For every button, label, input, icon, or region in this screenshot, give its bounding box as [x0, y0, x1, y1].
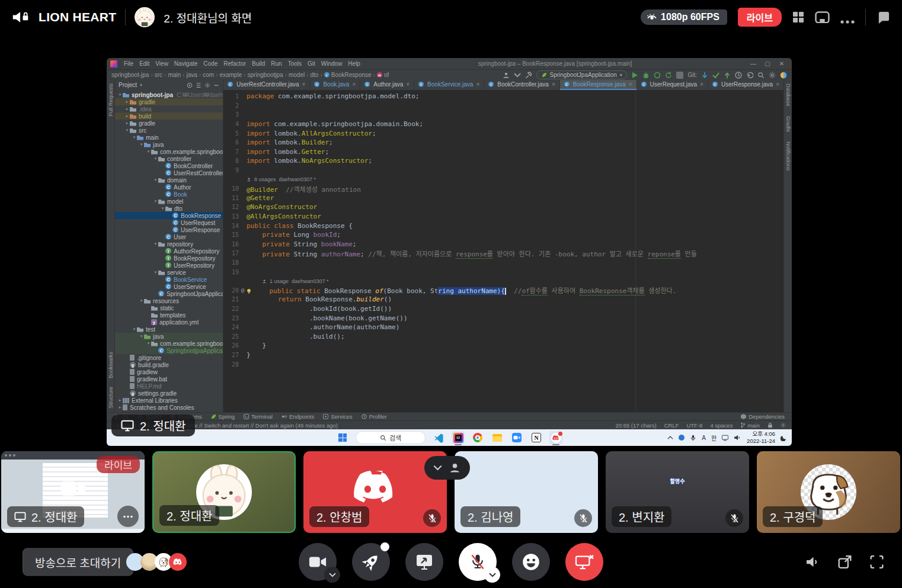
fullscreen-icon[interactable]: [869, 555, 884, 570]
tree-row[interactable]: ▾src: [115, 127, 223, 134]
tray-speaker-icon[interactable]: [734, 434, 741, 441]
editor-tab[interactable]: CBookService.java×: [414, 80, 484, 90]
participant-tile[interactable]: 2. 김나영: [455, 451, 598, 533]
tree-chevron-icon[interactable]: ▾: [117, 92, 123, 97]
status-item[interactable]: [767, 422, 773, 428]
minimize-icon[interactable]: —: [747, 60, 760, 67]
collapse-all-icon[interactable]: [196, 82, 201, 88]
breadcrumb-item[interactable]: dto: [311, 72, 319, 78]
tile-menu-button[interactable]: [117, 506, 139, 527]
build-hammer-icon[interactable]: [525, 72, 532, 79]
tree-chevron-icon[interactable]: ▾: [132, 327, 137, 332]
tree-row[interactable]: CSpringbootJpaApplication: [115, 290, 223, 297]
menu-item-file[interactable]: File: [121, 60, 136, 67]
taskbar-app-chrome[interactable]: [471, 431, 484, 444]
grid-icon[interactable]: [792, 11, 804, 23]
participant-tile[interactable]: 라이브 2. 정대환: [1, 451, 145, 533]
more-h-icon[interactable]: [840, 15, 855, 20]
tree-chevron-icon[interactable]: ▾: [153, 156, 158, 161]
status-item[interactable]: main: [740, 422, 760, 429]
close-tab-icon[interactable]: ×: [700, 81, 703, 88]
tree-row[interactable]: ▾service: [115, 269, 223, 276]
tree-row[interactable]: ▸.idea: [115, 105, 223, 113]
tool-window-spring[interactable]: Spring: [211, 413, 235, 420]
tree-row[interactable]: ▸build: [115, 113, 223, 120]
tool-strip-label[interactable]: Pull Requests: [108, 83, 114, 117]
tree-row[interactable]: CSpringbootjpaApplicationTests: [115, 347, 223, 354]
breadcrumb-item[interactable]: main: [168, 72, 181, 78]
tree-chevron-icon[interactable]: ▾: [139, 334, 144, 339]
breadcrumb-item[interactable]: cBookResponse: [324, 72, 372, 78]
tree-row[interactable]: CUserRestController: [115, 169, 223, 176]
tree-row[interactable]: CBook: [115, 191, 223, 198]
close-tab-icon[interactable]: ×: [552, 81, 555, 88]
chevron-down-icon[interactable]: [514, 72, 521, 79]
tool-window-endpoints[interactable]: Endpoints: [282, 413, 314, 420]
tree-row[interactable]: yapplication.yml: [115, 319, 223, 326]
speaker-icon[interactable]: [805, 555, 820, 570]
tree-chevron-icon[interactable]: ▾: [153, 199, 158, 204]
tool-window-profiler[interactable]: Profiler: [362, 413, 387, 420]
status-item[interactable]: UTF-8: [686, 422, 702, 429]
participant-tile[interactable]: 2. 구경덕: [757, 451, 900, 533]
menu-item-tools[interactable]: Tools: [285, 60, 305, 67]
participant-tile[interactable]: 할명수2. 변지환: [606, 451, 749, 533]
run-icon[interactable]: [631, 72, 638, 79]
panel-settings-icon[interactable]: [204, 82, 210, 88]
taskbar-app-vscode[interactable]: [432, 431, 445, 444]
status-item[interactable]: CRLF: [664, 422, 679, 429]
ime-korean-label[interactable]: 한: [711, 433, 717, 442]
tree-row[interactable]: ▸External Libraries: [115, 397, 223, 404]
hide-panel-icon[interactable]: [213, 82, 219, 88]
taskbar-app-notion[interactable]: N: [530, 431, 543, 444]
tree-row[interactable]: static: [115, 304, 223, 311]
tray-display-icon[interactable]: [722, 435, 728, 441]
close-tab-icon[interactable]: ×: [352, 81, 356, 88]
breadcrumb-item[interactable]: java: [186, 72, 197, 78]
tree-row[interactable]: CUserService: [115, 283, 223, 290]
run-config-select[interactable]: SpringbootJpaApplication▾: [536, 70, 628, 79]
participants-icon[interactable]: [449, 462, 461, 474]
pip-icon[interactable]: [815, 11, 830, 24]
tray-mic-icon[interactable]: [690, 435, 696, 441]
breadcrumb-item[interactable]: springbootjpa: [248, 72, 283, 78]
menu-item-help[interactable]: Help: [345, 60, 363, 67]
tree-row[interactable]: CUserRequest: [115, 219, 223, 226]
stream-off-button[interactable]: [565, 543, 603, 581]
tree-row[interactable]: ▾springboot-jpaC:₩Users₩daehwan₩git₩spri…: [115, 91, 223, 98]
breadcrumb-item[interactable]: model: [289, 72, 305, 78]
tree-chevron-icon[interactable]: ▸: [124, 121, 130, 126]
tree-row[interactable]: .gitignore: [115, 354, 223, 361]
tree-row[interactable]: HELP.md: [115, 383, 223, 390]
close-tab-icon[interactable]: ×: [406, 81, 410, 88]
tray-expand-icon[interactable]: [667, 435, 673, 440]
breadcrumb-item[interactable]: mof: [377, 72, 389, 78]
tree-row[interactable]: gradlew.bat: [115, 375, 223, 383]
ime-latin-label[interactable]: A: [702, 435, 706, 441]
taskbar-app-search[interactable]: 검색: [356, 431, 426, 444]
tool-strip-label[interactable]: Bookmarks: [108, 352, 114, 378]
tree-row[interactable]: ▾main: [115, 134, 223, 141]
menu-item-edit[interactable]: Edit: [136, 60, 152, 67]
tool-strip-label[interactable]: Structure: [108, 387, 114, 409]
tree-row[interactable]: CUserResponse: [115, 226, 223, 233]
tree-chevron-icon[interactable]: ▸: [124, 107, 130, 111]
close-icon[interactable]: ✕: [775, 60, 788, 67]
tree-row[interactable]: IUserRepository: [115, 262, 223, 269]
project-panel-title[interactable]: Project: [119, 82, 137, 88]
tree-row[interactable]: ▾model: [115, 198, 223, 205]
status-item[interactable]: [781, 422, 786, 428]
menu-item-run[interactable]: Run: [268, 60, 284, 67]
coverage-icon[interactable]: [654, 72, 661, 79]
tree-chevron-icon[interactable]: ▾: [146, 149, 151, 154]
tree-chevron-icon[interactable]: ▸: [117, 398, 123, 403]
tool-strip-label[interactable]: Gradle: [785, 116, 791, 132]
rollback-icon[interactable]: [746, 72, 753, 79]
breadcrumb-item[interactable]: example: [219, 72, 242, 78]
taskbar-app-win[interactable]: [336, 431, 349, 444]
tree-chevron-icon[interactable]: ▾: [146, 341, 151, 346]
tree-row[interactable]: ▾com.example.springbootjpa: [115, 340, 223, 347]
breadcrumb-item[interactable]: com: [203, 72, 214, 78]
tree-row[interactable]: CBookController: [115, 162, 223, 169]
participant-tile[interactable]: 2. 정대환: [152, 451, 296, 533]
